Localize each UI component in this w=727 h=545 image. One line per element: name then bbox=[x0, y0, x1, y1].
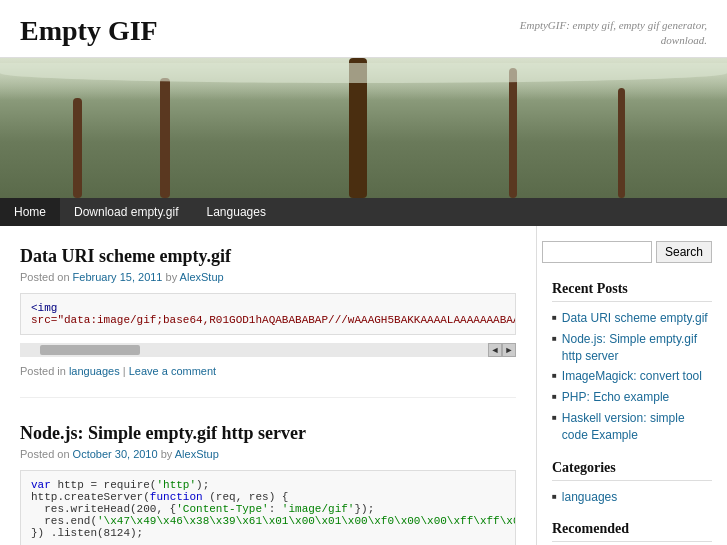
nav-link-home[interactable]: Home bbox=[0, 198, 60, 226]
nav-item-home[interactable]: Home bbox=[0, 198, 60, 226]
post-1-footer-comment[interactable]: Leave a comment bbox=[129, 365, 216, 377]
recent-posts-list: Data URI scheme empty.gif Node.js: Simpl… bbox=[552, 310, 712, 444]
post-1-author-link[interactable]: AlexStup bbox=[180, 271, 224, 283]
recent-posts-section: Recent Posts Data URI scheme empty.gif N… bbox=[552, 281, 712, 444]
post-2-date-link[interactable]: October 30, 2010 bbox=[73, 448, 158, 460]
nav-item-download[interactable]: Download empty.gif bbox=[60, 198, 193, 226]
code-attr: src= bbox=[31, 314, 57, 326]
main-content: Data URI scheme empty.gif Posted on Febr… bbox=[0, 226, 727, 545]
sidebar: Search Recent Posts Data URI scheme empt… bbox=[537, 226, 727, 545]
nav-item-languages[interactable]: Languages bbox=[193, 198, 280, 226]
categories-section: Categories languages bbox=[552, 460, 712, 506]
code-val: "data:image/gif;base64,R01GOD1hAQABABABA… bbox=[57, 314, 516, 326]
scroll-thumb bbox=[40, 345, 140, 355]
recomended-title: Recomended bbox=[552, 521, 712, 542]
nav-link-languages[interactable]: Languages bbox=[193, 198, 280, 226]
post-2-code: var http = require('http'); http.createS… bbox=[20, 470, 516, 545]
code-line-1: var http = require('http'); bbox=[31, 479, 505, 491]
recent-post-2: Node.js: Simple empty.gif http server bbox=[552, 331, 712, 365]
post-1-meta: Posted on February 15, 2011 by AlexStup bbox=[20, 271, 516, 283]
page-header: Empty GIF EmptyGIF: empty gif, empty gif… bbox=[0, 0, 727, 58]
category-1-link[interactable]: languages bbox=[562, 489, 617, 506]
recent-post-5-link[interactable]: Haskell version: simple code Example bbox=[562, 410, 712, 444]
post-2-meta-prefix: Posted on bbox=[20, 448, 73, 460]
recent-post-4-link[interactable]: PHP: Echo example bbox=[562, 389, 669, 406]
main-nav: Home Download empty.gif Languages bbox=[0, 198, 727, 226]
post-2: Node.js: Simple empty.gif http server Po… bbox=[20, 423, 516, 545]
post-1-footer: Posted in languages | Leave a comment bbox=[20, 365, 516, 377]
recent-post-3-link[interactable]: ImageMagick: convert tool bbox=[562, 368, 702, 385]
search-button[interactable]: Search bbox=[656, 241, 712, 263]
search-widget: Search bbox=[552, 241, 712, 263]
recent-post-3: ImageMagick: convert tool bbox=[552, 368, 712, 385]
code-line-4: res.end('\x47\x49\x46\x38\x39\x61\x01\x0… bbox=[31, 515, 505, 527]
post-2-by: by bbox=[158, 448, 175, 460]
post-1-footer-posted: Posted in bbox=[20, 365, 69, 377]
categories-list: languages bbox=[552, 489, 712, 506]
recent-posts-title: Recent Posts bbox=[552, 281, 712, 302]
post-1-date-link[interactable]: February 15, 2011 bbox=[73, 271, 163, 283]
post-2-title: Node.js: Simple empty.gif http server bbox=[20, 423, 516, 444]
post-1-title: Data URI scheme empty.gif bbox=[20, 246, 516, 267]
post-2-author-link[interactable]: AlexStup bbox=[175, 448, 219, 460]
post-1-by: by bbox=[162, 271, 179, 283]
banner-image bbox=[0, 58, 727, 198]
recent-post-2-link[interactable]: Node.js: Simple empty.gif http server bbox=[562, 331, 712, 365]
post-1-footer-sep: | bbox=[120, 365, 129, 377]
post-1-code: <img src="data:image/gif;base64,R01GOD1h… bbox=[20, 293, 516, 335]
categories-title: Categories bbox=[552, 460, 712, 481]
recent-post-1-link[interactable]: Data URI scheme empty.gif bbox=[562, 310, 708, 327]
search-input[interactable] bbox=[542, 241, 652, 263]
nav-link-download[interactable]: Download empty.gif bbox=[60, 198, 193, 226]
post-1-footer-cat[interactable]: languages bbox=[69, 365, 120, 377]
code-line-5: }) .listen(8124); bbox=[31, 527, 505, 539]
category-1: languages bbox=[552, 489, 712, 506]
recent-post-5: Haskell version: simple code Example bbox=[552, 410, 712, 444]
scroll-left-arrow[interactable]: ◄ bbox=[488, 343, 502, 357]
code-line-3: res.writeHead(200, {'Content-Type': 'ima… bbox=[31, 503, 505, 515]
post-1-scrollbar[interactable]: ◄ ► bbox=[20, 343, 516, 357]
scroll-right-arrow[interactable]: ► bbox=[502, 343, 516, 357]
recomended-section: Recomended Hex dump in many programming … bbox=[552, 521, 712, 545]
recent-post-4: PHP: Echo example bbox=[552, 389, 712, 406]
code-line-2: http.createServer(function (req, res) { bbox=[31, 491, 505, 503]
content-area: Data URI scheme empty.gif Posted on Febr… bbox=[0, 226, 537, 545]
code-tag: <img bbox=[31, 302, 57, 314]
site-tagline: EmptyGIF: empty gif, empty gif generator… bbox=[507, 18, 707, 49]
scroll-arrows[interactable]: ◄ ► bbox=[488, 343, 516, 357]
post-1: Data URI scheme empty.gif Posted on Febr… bbox=[20, 246, 516, 398]
recent-post-1: Data URI scheme empty.gif bbox=[552, 310, 712, 327]
post-2-meta: Posted on October 30, 2010 by AlexStup bbox=[20, 448, 516, 460]
post-1-meta-prefix: Posted on bbox=[20, 271, 73, 283]
